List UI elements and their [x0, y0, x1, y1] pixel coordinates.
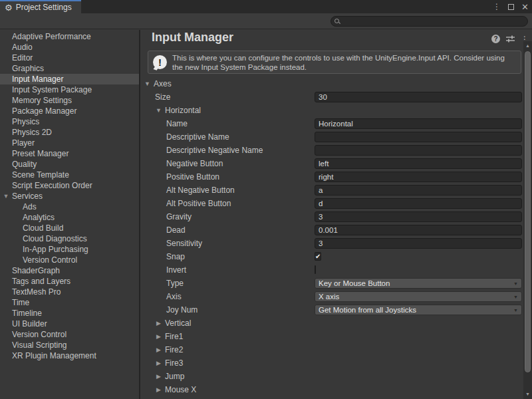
- vertical-scrollbar: ▲ ▼: [523, 41, 532, 399]
- sidebar-item-input-system-package[interactable]: Input System Package: [0, 84, 139, 95]
- foldout-closed-icon[interactable]: ▶: [155, 373, 162, 380]
- sensitivity-field[interactable]: [315, 238, 522, 249]
- sidebar-item-label: Version Control: [12, 330, 66, 339]
- sidebar-item-ads[interactable]: Ads: [0, 201, 139, 212]
- dead-field[interactable]: [315, 225, 522, 235]
- page-title: Input Manager: [152, 31, 233, 45]
- alt-positive-button-field[interactable]: [315, 198, 522, 209]
- alt-negative-button-field[interactable]: [315, 185, 522, 196]
- foldout-label[interactable]: Horizontal: [165, 106, 201, 115]
- sidebar-item-version-control[interactable]: Version Control: [0, 329, 139, 340]
- sidebar-item-preset-manager[interactable]: Preset Manager: [0, 148, 139, 159]
- sidebar-item-input-manager[interactable]: Input Manager: [0, 74, 139, 84]
- sidebar-item-audio[interactable]: Audio: [0, 42, 139, 53]
- sidebar-item-label: Script Execution Order: [12, 181, 92, 190]
- window-close-button[interactable]: ✕: [521, 3, 529, 11]
- presets-sliders-icon: [506, 35, 515, 43]
- foldout-closed-icon[interactable]: ▶: [155, 333, 162, 340]
- sidebar-item-adaptive-performance[interactable]: Adaptive Performance: [0, 31, 139, 42]
- sidebar-item-shadergraph[interactable]: ShaderGraph: [0, 265, 139, 276]
- scrollbar-thumb[interactable]: [525, 51, 531, 372]
- help-button[interactable]: ?: [491, 35, 500, 43]
- foldout-label[interactable]: Jump: [165, 372, 184, 381]
- snap-checkbox[interactable]: ✔: [315, 252, 321, 261]
- joy-num-dropdown[interactable]: Get Motion from all Joysticks▼: [315, 305, 522, 315]
- type-dropdown[interactable]: Key or Mouse Button▼: [315, 278, 522, 289]
- foldout-open-icon[interactable]: ▼: [144, 80, 151, 87]
- foldout-label[interactable]: Fire2: [165, 345, 183, 354]
- foldout-closed-icon[interactable]: ▶: [155, 320, 162, 327]
- invert-checkbox[interactable]: [315, 265, 316, 274]
- property-row-size: Size: [140, 90, 523, 104]
- property-control: [315, 92, 522, 102]
- property-control: X axis▼: [315, 291, 522, 302]
- sidebar-item-label: Quality: [12, 160, 37, 169]
- sidebar-item-label: Time: [12, 298, 29, 307]
- foldout-label[interactable]: Mouse X: [165, 385, 196, 394]
- property-row-alt-negative-button: Alt Negative Button: [140, 184, 523, 197]
- foldout-closed-icon[interactable]: ▶: [155, 346, 162, 353]
- descriptive-negative-name-field[interactable]: [315, 145, 522, 156]
- descriptive-name-field[interactable]: [315, 132, 522, 142]
- sidebar-item-label: TextMesh Pro: [12, 287, 61, 297]
- search-input[interactable]: [342, 17, 527, 26]
- property-row-descriptive-negative-name: Descriptive Negative Name: [140, 144, 523, 157]
- property-label: Alt Positive Button: [166, 199, 231, 208]
- foldout-label[interactable]: Vertical: [165, 319, 191, 328]
- sidebar-item-label: Preset Manager: [12, 149, 68, 158]
- positive-button-field[interactable]: [315, 172, 522, 182]
- sidebar-item-physics-2d[interactable]: Physics 2D: [0, 127, 139, 138]
- sidebar-item-timeline[interactable]: Timeline: [0, 308, 139, 319]
- search-field[interactable]: [331, 16, 528, 27]
- gravity-field[interactable]: [315, 211, 522, 222]
- sidebar-item-package-manager[interactable]: Package Manager: [0, 106, 139, 116]
- property-label: Descriptive Name: [166, 132, 229, 142]
- foldout-open-icon[interactable]: ▼: [155, 107, 162, 114]
- property-label: Snap: [166, 252, 185, 261]
- size-field[interactable]: [315, 92, 522, 102]
- sidebar-item-analytics[interactable]: Analytics: [0, 212, 139, 223]
- name-field[interactable]: [315, 118, 522, 129]
- property-control: [315, 225, 522, 235]
- sidebar-item-label: Analytics: [23, 213, 55, 222]
- property-label: Dead: [166, 225, 186, 235]
- sidebar-item-editor[interactable]: Editor: [0, 53, 139, 63]
- sidebar-item-services[interactable]: ▼Services: [0, 191, 139, 201]
- sidebar-item-xr-plugin-management[interactable]: XR Plugin Management: [0, 350, 139, 361]
- foldout-label[interactable]: Axes: [154, 79, 172, 88]
- presets-button[interactable]: [506, 35, 515, 43]
- sidebar-item-tags-and-layers[interactable]: Tags and Layers: [0, 276, 139, 287]
- sidebar-item-version-control[interactable]: Version Control: [0, 255, 139, 265]
- sidebar-item-memory-settings[interactable]: Memory Settings: [0, 95, 139, 106]
- sidebar-item-player[interactable]: Player: [0, 138, 139, 148]
- negative-button-field[interactable]: [315, 158, 522, 169]
- foldout-label[interactable]: Fire1: [165, 332, 183, 341]
- foldout-closed-icon[interactable]: ▶: [155, 360, 162, 366]
- sidebar-item-label: UI Builder: [12, 319, 47, 329]
- scroll-up-arrow-icon[interactable]: ▲: [523, 42, 532, 50]
- sidebar-item-quality[interactable]: Quality: [0, 159, 139, 170]
- info-exclamation-icon: !: [153, 55, 167, 69]
- sidebar-item-label: Visual Scripting: [12, 340, 67, 350]
- sidebar-item-textmesh-pro[interactable]: TextMesh Pro: [0, 287, 139, 297]
- sidebar-item-physics[interactable]: Physics: [0, 116, 139, 127]
- sidebar-item-scene-template[interactable]: Scene Template: [0, 170, 139, 180]
- axis-dropdown[interactable]: X axis▼: [315, 291, 522, 302]
- sidebar-item-ui-builder[interactable]: UI Builder: [0, 319, 139, 329]
- sidebar-item-label: Cloud Diagnostics: [23, 234, 87, 243]
- scroll-down-arrow-icon[interactable]: ▼: [523, 390, 532, 398]
- sidebar-item-cloud-build[interactable]: Cloud Build: [0, 223, 139, 233]
- sidebar-item-in-app-purchasing[interactable]: In-App Purchasing: [0, 244, 139, 255]
- foldout-open-icon[interactable]: ▼: [3, 193, 9, 200]
- dropdown-value: Key or Mouse Button: [319, 279, 390, 287]
- foldout-label[interactable]: Fire3: [165, 358, 183, 368]
- sidebar-item-visual-scripting[interactable]: Visual Scripting: [0, 340, 139, 350]
- tab-project-settings[interactable]: ⚙ Project Settings: [0, 0, 81, 13]
- window-menu-button[interactable]: ⋮: [493, 3, 501, 11]
- sidebar-item-cloud-diagnostics[interactable]: Cloud Diagnostics: [0, 233, 139, 244]
- window-maximize-button[interactable]: [508, 3, 514, 11]
- sidebar-item-graphics[interactable]: Graphics: [0, 63, 139, 74]
- sidebar-item-script-execution-order[interactable]: Script Execution Order: [0, 180, 139, 191]
- foldout-closed-icon[interactable]: ▶: [155, 386, 162, 393]
- sidebar-item-time[interactable]: Time: [0, 297, 139, 308]
